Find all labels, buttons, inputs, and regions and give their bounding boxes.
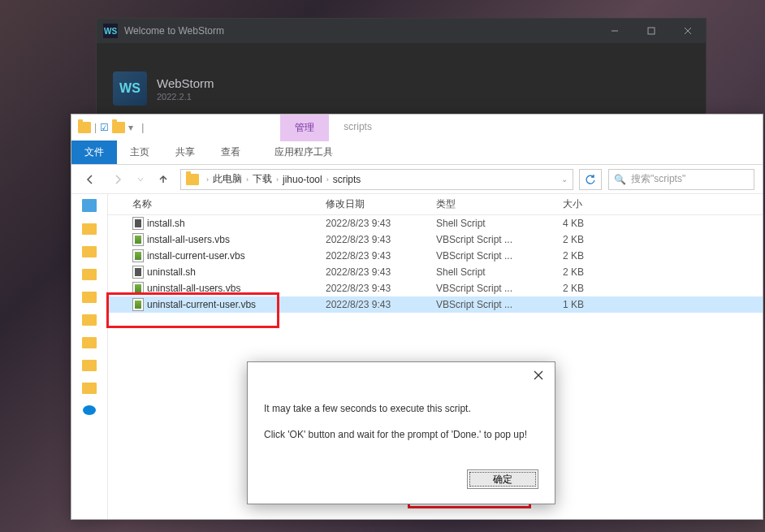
folder-icon[interactable] xyxy=(112,122,125,133)
file-row[interactable]: install-all-users.vbs2022/8/23 9:43VBScr… xyxy=(108,231,763,248)
file-type: Shell Script xyxy=(436,218,563,229)
script-dialog: It may take a few seconds to execute thi… xyxy=(247,361,555,504)
dialog-text: Click 'OK' button and wait for the promp… xyxy=(264,427,538,442)
explorer-ribbon: 文件 主页 共享 查看 应用程序工具 xyxy=(71,141,763,165)
sidebar-quickaccess-icon[interactable] xyxy=(82,199,97,212)
explorer-titlebar[interactable]: | ☑ ▾ | 管理 scripts xyxy=(71,115,763,141)
sidebar-onedrive-icon[interactable] xyxy=(83,405,96,415)
ok-button[interactable]: 确定 xyxy=(467,469,538,489)
tab-context: scripts xyxy=(329,115,387,141)
file-date: 2022/8/23 9:43 xyxy=(326,283,436,294)
column-headers[interactable]: 名称 修改日期 类型 大小 xyxy=(108,194,763,215)
col-size[interactable]: 大小 xyxy=(563,197,628,211)
file-date: 2022/8/23 9:43 xyxy=(326,299,436,310)
maximize-button[interactable] xyxy=(633,19,669,43)
breadcrumb-seg[interactable]: scripts xyxy=(333,174,361,185)
file-icon xyxy=(132,217,144,230)
file-name: install-all-users.vbs xyxy=(147,234,230,245)
file-name: uninstall.sh xyxy=(147,266,196,278)
breadcrumb-seg[interactable]: 下载 xyxy=(253,172,272,186)
file-type: Shell Script xyxy=(436,266,563,278)
file-size: 2 KB xyxy=(563,250,628,262)
file-size: 1 KB xyxy=(563,299,628,310)
file-type: VBScript Script ... xyxy=(436,234,563,245)
file-icon xyxy=(132,282,144,295)
file-name: uninstall-all-users.vbs xyxy=(147,283,240,294)
sidebar-folder-icon[interactable] xyxy=(82,292,97,303)
file-size: 2 KB xyxy=(563,283,628,294)
sidebar-folder-icon[interactable] xyxy=(82,269,97,280)
dialog-text: It may take a few seconds to execute thi… xyxy=(264,401,538,416)
address-box[interactable]: › 此电脑› 下载› jihuo-tool› scripts ⌄ xyxy=(180,169,573,190)
file-row[interactable]: install-current-user.vbs2022/8/23 9:43VB… xyxy=(108,248,763,264)
dialog-titlebar[interactable] xyxy=(248,362,555,388)
ribbon-file[interactable]: 文件 xyxy=(71,141,117,164)
file-row[interactable]: uninstall.sh2022/8/23 9:43Shell Script2 … xyxy=(108,264,763,280)
breadcrumb-seg[interactable]: jihuo-tool xyxy=(283,174,322,185)
col-date[interactable]: 修改日期 xyxy=(326,197,436,211)
search-icon: 🔍 xyxy=(614,174,626,185)
dialog-body: It may take a few seconds to execute thi… xyxy=(248,388,555,469)
file-icon xyxy=(132,298,144,311)
svg-rect-1 xyxy=(648,28,655,34)
sidebar-folder-icon[interactable] xyxy=(82,383,97,394)
nav-back-button[interactable] xyxy=(80,169,101,190)
file-date: 2022/8/23 9:43 xyxy=(326,218,436,229)
quick-access-toolbar: | ☑ ▾ | xyxy=(71,122,150,133)
close-button[interactable] xyxy=(669,19,706,43)
ribbon-share[interactable]: 共享 xyxy=(162,141,208,164)
file-size: 2 KB xyxy=(563,234,628,245)
sidebar-folder-icon[interactable] xyxy=(82,246,97,257)
file-name: install.sh xyxy=(147,218,185,229)
file-icon xyxy=(132,233,144,246)
checkbox-icon[interactable]: ☑ xyxy=(100,122,109,133)
file-row[interactable]: uninstall-all-users.vbs2022/8/23 9:43VBS… xyxy=(108,280,763,296)
webstorm-version: 2022.2.1 xyxy=(157,92,214,102)
file-size: 4 KB xyxy=(563,218,628,229)
breadcrumb-seg[interactable]: 此电脑 xyxy=(213,172,242,186)
ribbon-home[interactable]: 主页 xyxy=(117,141,162,164)
sidebar-folder-icon[interactable] xyxy=(82,360,97,371)
webstorm-name: WebStorm xyxy=(157,76,214,90)
nav-recent-button[interactable] xyxy=(135,169,146,190)
col-type[interactable]: 类型 xyxy=(436,197,563,211)
folder-icon xyxy=(78,122,91,133)
nav-forward-button[interactable] xyxy=(107,169,128,190)
ribbon-apptools[interactable]: 应用程序工具 xyxy=(261,141,346,164)
file-row[interactable]: install.sh2022/8/23 9:43Shell Script4 KB xyxy=(108,215,763,231)
webstorm-title: Welcome to WebStorm xyxy=(124,25,596,37)
minimize-button[interactable] xyxy=(596,19,633,43)
file-icon xyxy=(132,266,144,279)
webstorm-logo: WS xyxy=(113,71,147,106)
file-date: 2022/8/23 9:43 xyxy=(326,234,436,245)
file-type: VBScript Script ... xyxy=(436,283,563,294)
close-button[interactable] xyxy=(530,367,547,383)
sidebar-folder-icon[interactable] xyxy=(82,337,97,348)
file-name: uninstall-current-user.vbs xyxy=(147,299,256,310)
ribbon-view[interactable]: 查看 xyxy=(208,141,253,164)
file-row[interactable]: uninstall-current-user.vbs2022/8/23 9:43… xyxy=(108,296,763,313)
file-name: install-current-user.vbs xyxy=(147,250,245,262)
file-type: VBScript Script ... xyxy=(436,250,563,262)
col-name[interactable]: 名称 xyxy=(132,197,326,211)
search-placeholder: 搜索"scripts" xyxy=(631,172,685,186)
tab-manage[interactable]: 管理 xyxy=(280,115,329,141)
refresh-button[interactable] xyxy=(579,169,602,190)
folder-icon xyxy=(186,174,199,185)
sidebar-folder-icon[interactable] xyxy=(82,314,97,326)
sidebar-folder-icon[interactable] xyxy=(82,223,97,235)
file-icon xyxy=(132,249,144,262)
webstorm-icon: WS xyxy=(103,24,118,38)
explorer-address-bar: › 此电脑› 下载› jihuo-tool› scripts ⌄ 🔍 搜索"sc… xyxy=(71,165,763,194)
file-size: 2 KB xyxy=(563,266,628,278)
file-date: 2022/8/23 9:43 xyxy=(326,266,436,278)
file-type: VBScript Script ... xyxy=(436,299,563,310)
search-input[interactable]: 🔍 搜索"scripts" xyxy=(608,169,754,190)
webstorm-titlebar[interactable]: WS Welcome to WebStorm xyxy=(97,19,706,43)
explorer-sidebar[interactable] xyxy=(71,194,108,519)
nav-up-button[interactable] xyxy=(153,169,174,190)
chevron-down-icon[interactable]: ⌄ xyxy=(561,175,568,184)
file-date: 2022/8/23 9:43 xyxy=(326,250,436,262)
